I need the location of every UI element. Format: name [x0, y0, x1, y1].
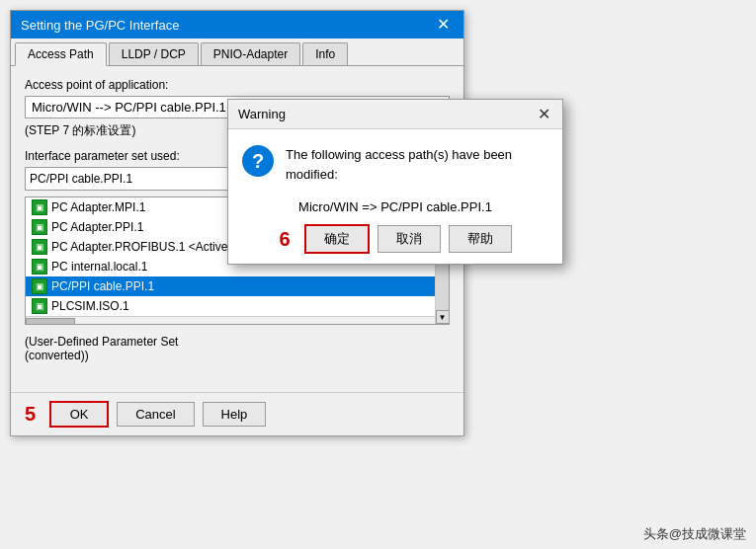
- warning-footer: 6 确定 取消 帮助: [228, 218, 562, 264]
- bottom-note: (User-Defined Parameter Set(converted)): [25, 335, 450, 366]
- warning-help-button[interactable]: 帮助: [449, 225, 512, 253]
- list-item-label: PC Adapter.MPI.1: [51, 200, 145, 214]
- help-button[interactable]: Help: [203, 402, 267, 427]
- cancel-button[interactable]: Cancel: [117, 402, 194, 427]
- list-item-label: PC/PPI cable.PPI.1: [51, 279, 154, 293]
- tabs-bar: Access Path LLDP / DCP PNIO-Adapter Info: [11, 39, 463, 66]
- adapter-icon: ▣: [32, 259, 47, 274]
- list-item-label: PC Adapter.PPI.1: [51, 220, 143, 234]
- list-item[interactable]: ▣ PLCSIM.ISO.1: [26, 296, 435, 316]
- watermark: 头条@技成微课堂: [643, 525, 746, 543]
- warning-confirm-button[interactable]: 确定: [304, 224, 370, 254]
- main-close-button[interactable]: ✕: [433, 17, 454, 33]
- warning-message: The following access path(s) have been m…: [286, 145, 548, 184]
- scroll-down-button[interactable]: ▼: [436, 310, 450, 324]
- warning-dialog: Warning ✕ ? The following access path(s)…: [227, 99, 563, 265]
- warning-title: Warning: [238, 107, 286, 121]
- step5-label: 5: [25, 403, 36, 426]
- warning-close-button[interactable]: ✕: [536, 105, 552, 123]
- warning-question-icon: ?: [242, 145, 274, 177]
- warning-body: ? The following access path(s) have been…: [228, 129, 562, 194]
- list-item-label: PLCSIM.ISO.1: [51, 299, 129, 313]
- tab-pnio-adapter[interactable]: PNIO-Adapter: [201, 42, 300, 65]
- access-point-value: Micro/WIN --> PC/PPI cable.PPI.1: [32, 100, 226, 115]
- list-item-selected[interactable]: ▣ PC/PPI cable.PPI.1: [26, 276, 435, 296]
- warning-titlebar: Warning ✕: [228, 100, 562, 129]
- main-footer: 5 OK Cancel Help: [11, 392, 463, 435]
- tab-info[interactable]: Info: [302, 42, 348, 65]
- list-hscroll[interactable]: [26, 316, 449, 325]
- step6-label: 6: [279, 228, 290, 251]
- main-title: Setting the PG/PC Interface: [21, 18, 179, 33]
- selected-interface-value: PC/PPI cable.PPI.1: [30, 172, 132, 186]
- tab-access-path[interactable]: Access Path: [15, 42, 107, 66]
- access-point-label: Access point of application:: [25, 78, 450, 92]
- list-item-label: PC Adapter.PROFIBUS.1 <Active>: [51, 240, 234, 254]
- main-titlebar: Setting the PG/PC Interface ✕: [11, 11, 463, 39]
- warning-path: Micro/WIN => PC/PPI cable.PPI.1: [228, 194, 562, 218]
- warning-cancel-button[interactable]: 取消: [378, 225, 441, 253]
- adapter-icon: ▣: [32, 239, 47, 255]
- tab-lldp-dcp[interactable]: LLDP / DCP: [109, 42, 199, 65]
- ok-button[interactable]: OK: [49, 401, 109, 428]
- adapter-icon: ▣: [32, 278, 47, 294]
- list-item-label: PC internal.local.1: [51, 260, 147, 274]
- hscroll-thumb: [26, 318, 75, 326]
- adapter-icon: ▣: [32, 219, 47, 235]
- adapter-icon: ▣: [32, 199, 47, 215]
- adapter-icon: ▣: [32, 298, 47, 314]
